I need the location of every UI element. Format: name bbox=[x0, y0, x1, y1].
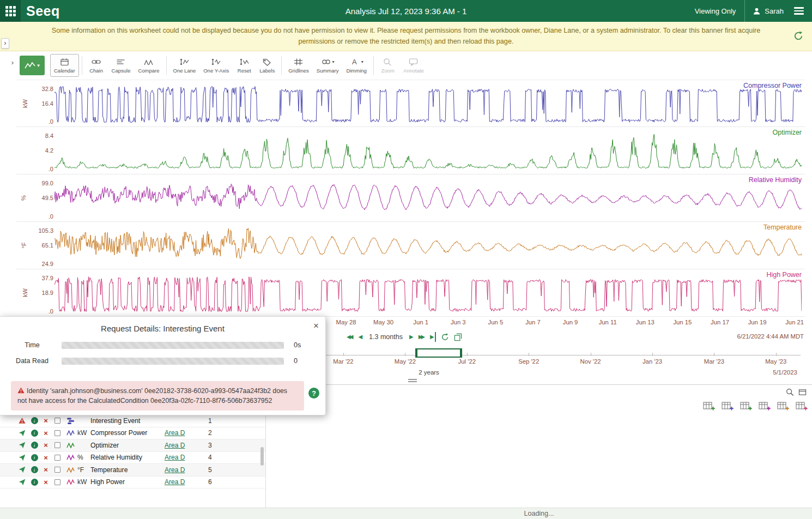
display-range-label[interactable]: 1.3 months bbox=[369, 333, 403, 341]
sidebar-expander-icon[interactable]: › bbox=[1, 38, 9, 49]
item-info-icon[interactable]: i bbox=[28, 442, 40, 449]
seeq-app: Seeq Analysis Jul 12, 2023 9:36 AM - 1 V… bbox=[0, 0, 812, 519]
remove-item-icon[interactable]: × bbox=[40, 441, 51, 449]
lane-unit-label: % bbox=[20, 195, 27, 201]
skip-to-end-icon[interactable]: ▶ bbox=[430, 332, 436, 342]
details-table-row: i×kWCompressor PowerArea D2 bbox=[0, 427, 265, 440]
user-menu[interactable]: Sarah bbox=[744, 0, 791, 22]
trend-icon bbox=[25, 61, 35, 70]
row-checkbox[interactable] bbox=[51, 430, 63, 436]
data-panel-expander-icon[interactable]: › bbox=[9, 58, 16, 68]
timeline-label: Nov '22 bbox=[573, 358, 608, 365]
item-info-icon[interactable]: i bbox=[28, 417, 40, 424]
toolbar-button-dimming[interactable]: A▾Dimming bbox=[342, 54, 370, 77]
toolbar-button-one-lane[interactable]: One Lane bbox=[169, 54, 200, 77]
item-name[interactable]: Temperature bbox=[90, 466, 165, 474]
remove-item-icon[interactable]: × bbox=[40, 429, 51, 437]
add-to-table-icon[interactable] bbox=[777, 401, 789, 411]
remove-item-icon[interactable]: × bbox=[40, 466, 51, 474]
add-to-table-icon[interactable] bbox=[722, 401, 734, 411]
close-icon[interactable]: × bbox=[313, 321, 319, 330]
trend-plot[interactable] bbox=[54, 127, 802, 174]
trend-plot[interactable] bbox=[54, 80, 802, 127]
pin-icon[interactable] bbox=[15, 466, 28, 473]
x-axis-label: Jun 1 bbox=[404, 319, 437, 325]
toolbar-button-compare[interactable]: Compare bbox=[134, 54, 163, 77]
y-tick: 49.5 bbox=[32, 195, 53, 201]
timeline-label: Mar '23 bbox=[696, 358, 731, 365]
toolbar-button-gridlines[interactable]: Gridlines bbox=[284, 54, 313, 77]
toolbar-button-calendar[interactable]: Calendar bbox=[50, 54, 79, 77]
trend-chart[interactable]: kW32.816.4.0Compressor Power8.44.2.0Opti… bbox=[16, 80, 805, 317]
details-table-row: i×Interesting Event1 bbox=[0, 415, 265, 427]
timeline-range-selector[interactable] bbox=[415, 348, 462, 358]
pin-icon[interactable] bbox=[15, 454, 28, 461]
condition-icon bbox=[63, 417, 77, 425]
item-unit: % bbox=[77, 454, 90, 461]
item-info-icon[interactable]: i bbox=[28, 466, 40, 473]
trend-plot[interactable] bbox=[54, 174, 802, 221]
scrollbar-thumb[interactable] bbox=[260, 447, 264, 466]
reload-icon[interactable] bbox=[793, 31, 804, 42]
rewind-icon[interactable]: ◀◀ bbox=[347, 332, 353, 342]
item-name[interactable]: Relative Humidity bbox=[90, 454, 165, 461]
item-info-icon[interactable]: i bbox=[28, 430, 40, 437]
timeline-tick bbox=[343, 353, 344, 356]
magnifier-icon[interactable] bbox=[786, 388, 794, 396]
fast-forward-icon[interactable]: ▶▶ bbox=[419, 332, 425, 342]
add-to-table-icon[interactable] bbox=[740, 401, 752, 411]
viewing-mode-label[interactable]: Viewing Only bbox=[695, 7, 745, 15]
x-axis-label: Jun 21 bbox=[778, 319, 811, 325]
y-tick: 99.0 bbox=[32, 180, 53, 186]
item-info-icon[interactable]: i bbox=[28, 479, 40, 486]
pin-icon[interactable] bbox=[15, 430, 28, 437]
item-info-icon[interactable]: i bbox=[28, 454, 40, 461]
apps-grid-icon bbox=[5, 6, 16, 16]
step-forward-icon[interactable]: ▶ bbox=[409, 332, 414, 342]
row-checkbox[interactable] bbox=[51, 418, 63, 424]
add-to-table-icon[interactable] bbox=[759, 401, 771, 411]
add-to-table-icon[interactable] bbox=[703, 401, 715, 411]
asset-link[interactable]: Area D bbox=[165, 466, 208, 474]
item-name[interactable]: Optimizer bbox=[90, 442, 165, 449]
step-back-icon[interactable]: ◀ bbox=[358, 332, 362, 342]
item-unit: kW bbox=[77, 429, 90, 437]
toolbar-button-capsule[interactable]: Capsule bbox=[108, 54, 135, 77]
row-checkbox[interactable] bbox=[51, 442, 63, 448]
toolbar-button-reset[interactable]: Reset bbox=[233, 54, 256, 77]
toolbar-button-chain[interactable]: Chain bbox=[85, 54, 108, 77]
asset-link[interactable]: Area D bbox=[165, 429, 208, 437]
asset-link[interactable]: Area D bbox=[165, 454, 208, 461]
asset-link[interactable]: Area D bbox=[165, 442, 208, 449]
asset-link[interactable]: Area D bbox=[165, 478, 208, 486]
remove-item-icon[interactable]: × bbox=[40, 454, 51, 462]
toolbar-buttons: CalendarChainCapsuleCompareOne LaneOne Y… bbox=[50, 54, 428, 77]
copy-range-icon[interactable] bbox=[454, 333, 462, 341]
add-to-table-icon[interactable] bbox=[796, 401, 808, 411]
row-checkbox[interactable] bbox=[51, 479, 63, 485]
row-checkbox[interactable] bbox=[51, 455, 63, 461]
pin-icon[interactable] bbox=[15, 479, 28, 486]
refresh-icon[interactable] bbox=[441, 333, 449, 341]
apps-grid-button[interactable] bbox=[0, 0, 21, 22]
panel-resize-handle[interactable] bbox=[408, 379, 417, 382]
details-table-row: i×OptimizerArea D3 bbox=[0, 439, 265, 452]
help-icon[interactable]: ? bbox=[308, 388, 319, 399]
pin-icon[interactable] bbox=[15, 442, 28, 449]
toolbar-button-labels[interactable]: Labels bbox=[256, 54, 278, 77]
item-name[interactable]: Compressor Power bbox=[90, 429, 165, 437]
trend-plot[interactable] bbox=[54, 222, 802, 269]
remove-item-icon[interactable]: × bbox=[40, 417, 51, 425]
item-name[interactable]: Interesting Event bbox=[90, 417, 165, 425]
item-name[interactable]: High Power bbox=[90, 478, 165, 486]
toolbar-button-one-y-axis[interactable]: One Y-Axis bbox=[199, 54, 233, 77]
toolbar-button-summary[interactable]: ▾Summary bbox=[313, 54, 343, 77]
collapse-panel-icon[interactable] bbox=[798, 388, 807, 396]
row-checkbox[interactable] bbox=[51, 467, 63, 473]
row-warning-icon[interactable] bbox=[15, 417, 28, 424]
labels-icon bbox=[262, 58, 272, 66]
hamburger-menu-icon[interactable] bbox=[791, 4, 807, 17]
view-selector-button[interactable]: ▾ bbox=[20, 56, 45, 75]
remove-item-icon[interactable]: × bbox=[40, 478, 51, 486]
trend-plot[interactable] bbox=[54, 269, 802, 316]
